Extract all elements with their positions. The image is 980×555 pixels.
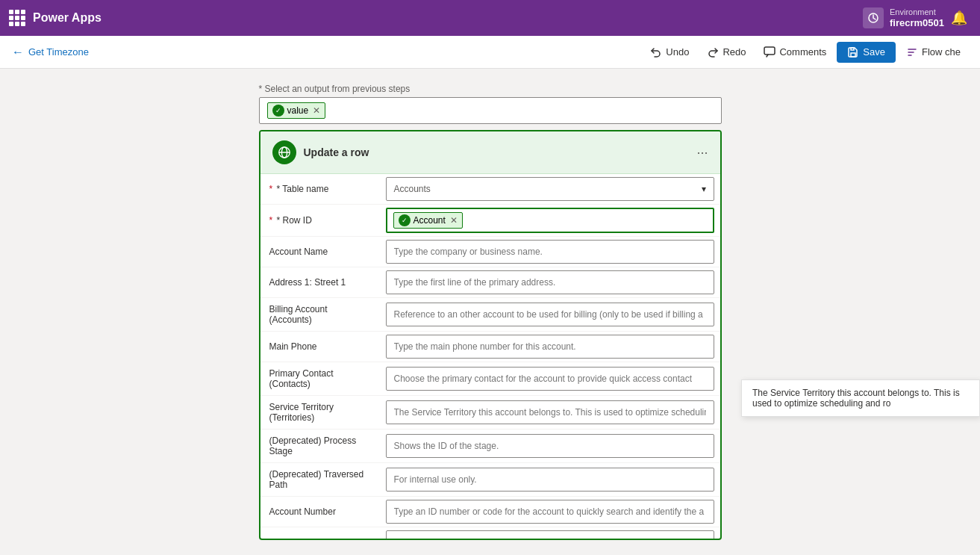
environment-label: Environment xyxy=(890,7,944,17)
svg-rect-3 xyxy=(851,48,854,50)
card-header: Update a row ··· xyxy=(260,131,720,174)
output-select-label: * Select an output from previous steps xyxy=(259,84,722,94)
deprecated-process-label: (Deprecated) Process Stage xyxy=(260,430,380,462)
value-chip-icon: ✓ xyxy=(272,105,284,117)
main-phone-input[interactable] xyxy=(386,335,714,359)
account-chip-close[interactable]: ✕ xyxy=(450,215,458,226)
value-chip-close[interactable]: ✕ xyxy=(313,105,320,116)
deprecated-traversed-label: (Deprecated) Traversed Path xyxy=(260,463,380,496)
service-territory-tooltip: The Service Territory this account belon… xyxy=(741,379,980,417)
table-name-chevron: ▾ xyxy=(702,184,706,194)
deprecated-traversed-row: (Deprecated) Traversed Path xyxy=(260,463,720,497)
row-id-chip-input[interactable]: ✓ Account ✕ xyxy=(386,208,714,233)
redo-icon xyxy=(707,46,719,58)
back-arrow-icon: ← xyxy=(12,46,24,59)
primary-contact-input-area xyxy=(380,364,720,394)
environment-info: Environment firecrm0501 xyxy=(863,7,944,29)
notifications-bell[interactable]: 🔔 xyxy=(947,6,971,30)
table-name-label: * * Table name xyxy=(260,178,380,200)
dataverse-icon xyxy=(278,146,291,159)
service-territory-input[interactable] xyxy=(386,400,714,424)
form-body: * * Table name Accounts ▾ * * Row ID xyxy=(260,174,720,540)
card-header-icon xyxy=(272,140,296,164)
value-chip[interactable]: ✓ value ✕ xyxy=(267,102,326,119)
main-content: * Select an output from previous steps ✓… xyxy=(0,69,980,555)
account-rating-placeholder: Select a rating to indicate the value of… xyxy=(394,537,634,540)
account-rating-label: Account Rating xyxy=(260,531,380,540)
flow-icon xyxy=(906,46,918,58)
deprecated-process-input-area xyxy=(380,431,720,461)
account-rating-chevron: ▾ xyxy=(702,537,706,540)
account-chip-icon: ✓ xyxy=(399,214,411,226)
deprecated-traversed-input-area xyxy=(380,465,720,494)
row-id-input-area: ✓ Account ✕ xyxy=(380,205,720,236)
account-name-row: Account Name xyxy=(260,237,720,267)
update-row-card: Update a row ··· * * Table name Accounts… xyxy=(259,130,722,540)
environment-name: firecrm0501 xyxy=(890,17,944,29)
value-chip-label: value xyxy=(287,105,309,116)
primary-contact-label: Primary Contact (Contacts) xyxy=(260,362,380,395)
account-name-input-area xyxy=(380,237,720,267)
undo-button[interactable]: Undo xyxy=(643,42,696,63)
billing-account-label: Billing Account (Accounts) xyxy=(260,298,380,331)
table-name-row: * * Table name Accounts ▾ xyxy=(260,174,720,205)
redo-button[interactable]: Redo xyxy=(699,42,753,63)
address-street-input[interactable] xyxy=(386,270,714,294)
apps-icon[interactable] xyxy=(9,10,25,26)
back-button[interactable]: ← Get Timezone xyxy=(12,46,89,59)
account-name-label: Account Name xyxy=(260,241,380,263)
address-street-input-area xyxy=(380,267,720,297)
address-street-label: Address 1: Street 1 xyxy=(260,271,380,294)
table-name-value: Accounts xyxy=(394,184,431,194)
account-number-input-area xyxy=(380,497,720,527)
tooltip-text: The Service Territory this account belon… xyxy=(752,388,960,409)
comments-button[interactable]: Comments xyxy=(756,42,834,63)
undo-icon xyxy=(650,46,662,58)
environment-text: Environment firecrm0501 xyxy=(890,7,944,29)
service-territory-input-area xyxy=(380,397,720,427)
card-title: Update a row xyxy=(304,146,690,158)
account-rating-input-area: Select a rating to indicate the value of… xyxy=(380,527,720,540)
account-number-row: Account Number xyxy=(260,497,720,527)
account-rating-select[interactable]: Select a rating to indicate the value of… xyxy=(386,530,714,540)
toolbar-actions: Undo Redo Comments Save Flow che xyxy=(643,42,968,63)
account-name-input[interactable] xyxy=(386,240,714,264)
app-title: Power Apps xyxy=(33,11,102,25)
deprecated-traversed-input[interactable] xyxy=(386,468,714,492)
account-chip[interactable]: ✓ Account ✕ xyxy=(393,212,463,229)
svg-rect-2 xyxy=(851,53,855,57)
billing-account-input[interactable] xyxy=(386,303,714,326)
billing-account-input-area xyxy=(380,300,720,329)
account-rating-row: Account Rating Select a rating to indica… xyxy=(260,527,720,540)
toolbar: ← Get Timezone Undo Redo Comments Save F… xyxy=(0,36,980,69)
primary-contact-input[interactable] xyxy=(386,367,714,391)
output-select-row: * Select an output from previous steps ✓… xyxy=(259,84,722,124)
back-label: Get Timezone xyxy=(28,46,89,58)
table-name-select[interactable]: Accounts ▾ xyxy=(386,177,714,201)
comments-icon xyxy=(764,46,775,58)
account-number-input[interactable] xyxy=(386,500,714,524)
row-id-row: * * Row ID ✓ Account ✕ xyxy=(260,205,720,237)
save-button[interactable]: Save xyxy=(837,42,896,63)
billing-account-row: Billing Account (Accounts) xyxy=(260,298,720,332)
card-menu-button[interactable]: ··· xyxy=(696,145,708,161)
address-street-row: Address 1: Street 1 xyxy=(260,267,720,298)
account-number-label: Account Number xyxy=(260,500,380,523)
flow-checker-button[interactable]: Flow che xyxy=(899,42,968,63)
topbar-right: Environment firecrm0501 🔔 xyxy=(863,6,971,30)
service-territory-label: Service Territory (Territories) xyxy=(260,396,380,429)
account-chip-label: Account xyxy=(413,215,446,226)
topbar: Power Apps Environment firecrm0501 🔔 xyxy=(0,0,980,36)
svg-rect-1 xyxy=(764,47,775,55)
table-name-input-area: Accounts ▾ xyxy=(380,174,720,204)
deprecated-process-input[interactable] xyxy=(386,434,714,458)
main-phone-row: Main Phone xyxy=(260,332,720,362)
environment-icon xyxy=(863,7,884,28)
primary-contact-row: Primary Contact (Contacts) xyxy=(260,362,720,396)
output-select-input[interactable]: ✓ value ✕ xyxy=(259,97,722,124)
row-id-label: * * Row ID xyxy=(260,209,380,232)
main-phone-label: Main Phone xyxy=(260,335,380,358)
service-territory-row: Service Territory (Territories) xyxy=(260,396,720,430)
deprecated-process-row: (Deprecated) Process Stage xyxy=(260,430,720,463)
save-icon xyxy=(847,46,859,58)
